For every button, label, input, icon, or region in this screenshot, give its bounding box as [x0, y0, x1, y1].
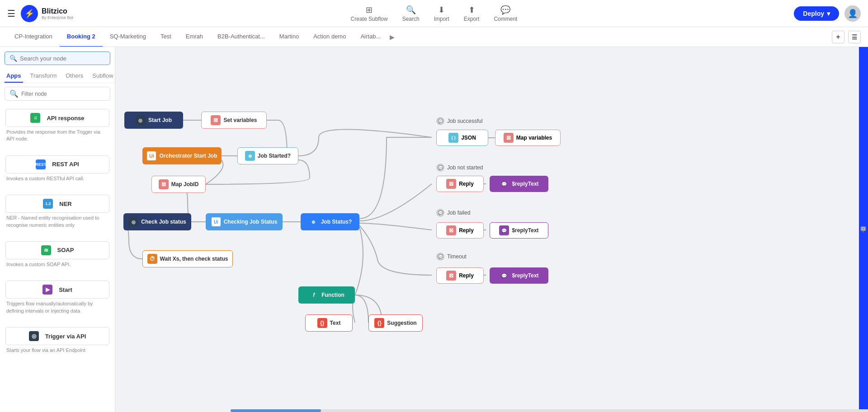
node-start-job[interactable]: ◎ Start Job	[124, 112, 183, 129]
filter-icon: 🔍	[9, 89, 19, 98]
right-panel: 🤖	[859, 47, 868, 412]
sidebar-item-start[interactable]: ▶ Start Triggers flow manually/automatic…	[0, 276, 115, 323]
sidebar-item-api-response[interactable]: ≡ API response Provides the response fro…	[0, 104, 115, 151]
timeout-bubble: 💬	[436, 253, 444, 261]
sidebar-tab-subflow[interactable]: Subflow	[90, 70, 115, 83]
deploy-arrow: ▾	[827, 10, 830, 17]
search-input[interactable]	[20, 55, 105, 62]
sidebar-item-soap[interactable]: ≋ SOAP Invokes a custom SOAP API.	[0, 237, 115, 276]
comment-icon: 💬	[500, 5, 510, 15]
job-not-started-bubble: 💬	[436, 164, 444, 172]
filter-input[interactable]	[21, 91, 105, 97]
scrollbar-thumb[interactable]	[231, 409, 321, 412]
logo-text: Blitzico By Enterprise Bot	[42, 7, 73, 20]
node-function[interactable]: f Function	[298, 286, 355, 304]
tab-bar: CP-Integration Booking 2 SQ-Marketing Te…	[0, 27, 868, 47]
nav-comment-label: Comment	[494, 16, 517, 22]
json-label: JSON	[461, 135, 476, 141]
sidebar-tab-transform[interactable]: Transform	[28, 70, 59, 83]
nav-import[interactable]: ⬇ Import	[434, 5, 449, 22]
tab-airtab[interactable]: Airtab...	[353, 27, 388, 47]
tab-emrah[interactable]: Emrah	[179, 27, 210, 47]
node-map-jobid[interactable]: ⊠ Map JobID	[151, 176, 206, 193]
function-label: Function	[321, 292, 344, 298]
right-panel-icon: 🤖	[860, 226, 867, 233]
tab-sq-marketing[interactable]: SQ-Marketing	[103, 27, 153, 47]
reply-text-3-icon: 💬	[499, 271, 509, 281]
node-suggestion[interactable]: {} Suggestion	[368, 314, 423, 332]
job-started-icon: ⊕	[245, 151, 255, 161]
soap-desc: Invokes a custom SOAP API.	[5, 261, 109, 272]
node-reply-1[interactable]: ⊠ Reply	[436, 176, 484, 192]
tab-martino[interactable]: Martino	[272, 27, 306, 47]
reply-2-icon: ⊠	[446, 225, 456, 235]
node-reply-text-1[interactable]: 💬 $replyText	[490, 176, 548, 192]
check-job-label: Check Job status	[141, 219, 186, 225]
map-jobid-icon: ⊠	[159, 179, 169, 189]
node-text[interactable]: {} Text	[305, 314, 353, 332]
logo-icon: ⚡	[21, 5, 38, 22]
reply-2-label: Reply	[459, 227, 474, 234]
check-job-icon: ◎	[128, 217, 138, 227]
node-job-started[interactable]: ⊕ Job Started?	[237, 147, 298, 164]
nav-comment[interactable]: 💬 Comment	[494, 5, 517, 22]
node-orchestrator-start-job[interactable]: Ui Orchestrator Start Job	[142, 147, 222, 164]
nav-import-label: Import	[434, 16, 449, 22]
sidebar-item-trigger-api[interactable]: ◎ Trigger via API Starts your flow via a…	[0, 323, 115, 362]
tab-menu-button[interactable]: ☰	[848, 31, 861, 43]
node-reply-3[interactable]: ⊠ Reply	[436, 267, 484, 284]
node-search-box[interactable]: 🔍	[5, 52, 110, 65]
tab-overflow-arrow[interactable]: ▶	[390, 33, 395, 41]
node-map-variables[interactable]: ⊠ Map variables	[495, 130, 561, 146]
filter-box[interactable]: 🔍	[5, 87, 110, 101]
sidebar-item-rest-api[interactable]: REST REST API Invokes a custom RESTful A…	[0, 151, 115, 190]
add-tab-button[interactable]: +	[832, 31, 844, 43]
tab-actions: + ☰	[832, 31, 861, 43]
node-check-job-status[interactable]: ◎ Check Job status	[123, 213, 191, 230]
canvas-scrollbar[interactable]	[231, 409, 868, 412]
map-variables-icon: ⊠	[504, 133, 514, 143]
sidebar-tab-apps[interactable]: Apps	[5, 70, 23, 83]
deploy-button[interactable]: Deploy ▾	[794, 6, 839, 21]
job-failed-label: Job failed	[447, 210, 470, 216]
trigger-api-icon: ◎	[29, 331, 39, 341]
hamburger-menu[interactable]: ☰	[7, 8, 15, 19]
nav-create-subflow-label: Create Subflow	[351, 16, 388, 22]
node-reply-text-2[interactable]: 💬 $replyText	[490, 222, 548, 239]
text-label: Text	[330, 320, 341, 326]
sidebar-tab-others[interactable]: Others	[64, 70, 85, 83]
user-avatar[interactable]: 👤	[844, 5, 861, 22]
node-set-variables[interactable]: ⊠ Set variables	[201, 112, 267, 129]
nav-search[interactable]: 🔍 Search	[402, 5, 420, 22]
reply-text-1-icon: 💬	[499, 179, 509, 189]
text-icon: {}	[317, 318, 327, 328]
soap-label: SOAP	[57, 247, 74, 253]
tab-booking2[interactable]: Booking 2	[60, 27, 103, 47]
section-job-successful: 💬 Job successful	[436, 117, 483, 125]
set-variables-icon: ⊠	[211, 115, 221, 125]
flow-connections	[115, 47, 658, 408]
node-json[interactable]: { } JSON	[436, 130, 488, 146]
node-reply-text-3[interactable]: 💬 $replyText	[490, 267, 548, 284]
nav-export[interactable]: ⬆ Export	[464, 5, 480, 22]
node-reply-2[interactable]: ⊠ Reply	[436, 222, 484, 239]
tab-action-demo[interactable]: Action demo	[306, 27, 353, 47]
reply-text-2-label: $replyText	[512, 227, 538, 234]
nav-create-subflow[interactable]: ⊞ Create Subflow	[351, 5, 388, 22]
start-label: Start	[59, 286, 72, 293]
node-checking-job-status[interactable]: Ui Checking Job Status	[206, 213, 283, 230]
ner-desc: NER - Named entity recognisation used to…	[5, 215, 109, 232]
node-job-status[interactable]: ⊕ Job Status?	[301, 213, 359, 230]
node-wait[interactable]: ⏱ Wait Xs, then check status	[142, 250, 233, 267]
reply-3-icon: ⊠	[446, 271, 456, 281]
section-job-not-started: 💬 Job not started	[436, 164, 483, 172]
tab-test[interactable]: Test	[153, 27, 179, 47]
tab-cp-integration[interactable]: CP-Integration	[7, 27, 60, 47]
reply-1-icon: ⊠	[446, 179, 456, 189]
tab-b2b-authenticat[interactable]: B2B-Authenticat...	[210, 27, 272, 47]
job-not-started-label: Job not started	[447, 164, 483, 171]
section-job-failed: 💬 Job failed	[436, 209, 470, 217]
rest-api-icon: REST	[36, 159, 46, 169]
sidebar-item-ner[interactable]: 1.2 NER NER - Named entity recognisation…	[0, 190, 115, 237]
wait-icon: ⏱	[147, 254, 157, 264]
